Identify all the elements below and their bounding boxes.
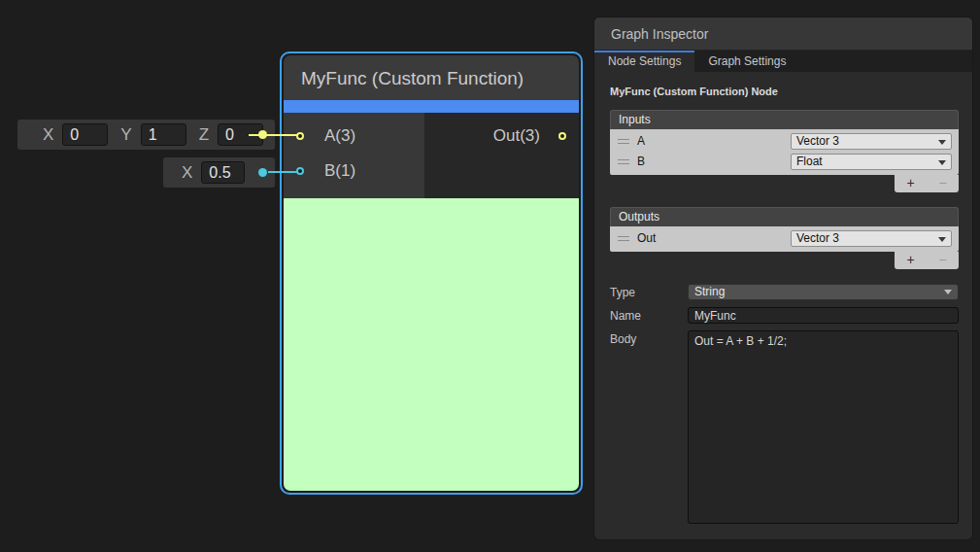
node-preview <box>284 198 579 491</box>
tab-graph-settings[interactable]: Graph Settings <box>694 51 799 72</box>
reorder-handle-icon[interactable] <box>618 159 629 164</box>
outputs-list: Outputs Out Vector 3 + − <box>610 207 959 269</box>
name-row: Name <box>610 307 959 324</box>
body-label: Body <box>610 330 688 524</box>
reorder-handle-icon[interactable] <box>618 236 629 241</box>
port-b-label: B(1) <box>324 161 355 181</box>
type-label: Type <box>610 284 688 300</box>
input-b-type-value: Float <box>796 155 823 168</box>
type-row: Type String <box>610 284 959 300</box>
port-out-label: Out(3) <box>493 126 540 146</box>
input-row-name: B <box>637 152 645 172</box>
graph-inspector-title[interactable]: Graph Inspector <box>594 17 972 51</box>
name-label: Name <box>610 307 688 324</box>
vector3-y-field[interactable] <box>141 123 186 146</box>
add-output-button[interactable]: + <box>895 252 927 269</box>
function-fields: Type String Name Body Out = A + B + 1/2; <box>610 284 959 524</box>
add-input-button[interactable]: + <box>895 175 927 192</box>
float-x-label: X <box>182 163 192 183</box>
output-out-type-value: Vector 3 <box>796 231 839 245</box>
port-a-label: A(3) <box>324 126 355 146</box>
vector3-x-label: X <box>43 125 53 145</box>
outputs-list-footer-row: + − <box>610 252 959 269</box>
node-title: MyFunc (Custom Function) <box>284 55 579 100</box>
chevron-down-icon <box>938 160 946 165</box>
float-connector-dot[interactable] <box>258 168 267 177</box>
float-x-field[interactable] <box>201 161 245 184</box>
inputs-list-footer: + − <box>895 175 959 192</box>
inspector-content: MyFunc (Custom Function) Node Inputs A V… <box>594 86 972 524</box>
body-row: Body Out = A + B + 1/2; <box>610 330 959 524</box>
chevron-down-icon <box>944 290 952 294</box>
port-out-icon[interactable] <box>558 132 566 140</box>
custom-function-node[interactable]: MyFunc (Custom Function) A(3) B(1) Out(3… <box>280 52 583 495</box>
chevron-down-icon <box>938 140 946 145</box>
list-item[interactable]: Out Vector 3 <box>610 228 959 249</box>
inputs-list-footer-row: + − <box>610 175 959 192</box>
inputs-list-header: Inputs <box>610 110 959 129</box>
inputs-list-body: A Vector 3 B Float <box>610 129 959 175</box>
outputs-list-footer: + − <box>895 252 959 269</box>
input-b-type-dropdown[interactable]: Float <box>791 154 952 170</box>
vector3-input-widget: X Y Z <box>17 120 275 150</box>
node-output-ports: Out(3) <box>424 113 579 198</box>
input-row-name: A <box>637 131 645 152</box>
input-a-type-dropdown[interactable]: Vector 3 <box>791 133 952 150</box>
type-dropdown[interactable]: String <box>688 284 959 300</box>
node-input-ports: A(3) B(1) <box>284 113 424 198</box>
remove-output-button[interactable]: − <box>927 252 959 269</box>
outputs-list-header: Outputs <box>610 207 959 226</box>
outputs-list-body: Out Vector 3 <box>610 226 959 252</box>
inspector-tabbar: Node Settings Graph Settings <box>594 51 972 72</box>
port-b-icon[interactable] <box>296 167 304 175</box>
reorder-handle-icon[interactable] <box>618 139 629 144</box>
inputs-list: Inputs A Vector 3 B Float <box>610 110 959 192</box>
tab-node-settings[interactable]: Node Settings <box>594 51 694 72</box>
graph-inspector-panel: Graph Inspector Node Settings Graph Sett… <box>594 17 972 539</box>
node-accent-bar <box>284 100 579 113</box>
type-value: String <box>694 285 725 298</box>
edge-float-to-b[interactable] <box>268 171 297 173</box>
node-settings-heading: MyFunc (Custom Function) Node <box>610 86 959 97</box>
vector3-z-label: Z <box>199 125 209 145</box>
output-out-type-dropdown[interactable]: Vector 3 <box>791 230 952 247</box>
port-a-icon[interactable] <box>296 132 304 140</box>
body-field[interactable]: Out = A + B + 1/2; <box>688 330 959 524</box>
name-field[interactable] <box>688 307 959 324</box>
edge-vector3-to-a[interactable] <box>249 134 297 136</box>
vector3-y-label: Y <box>120 125 131 145</box>
node-ports-area: A(3) B(1) Out(3) <box>284 113 579 198</box>
list-item[interactable]: B Float <box>610 152 959 172</box>
list-item[interactable]: A Vector 3 <box>610 131 959 152</box>
float-input-widget: X <box>163 157 275 188</box>
remove-input-button[interactable]: − <box>927 175 959 192</box>
vector3-x-field[interactable] <box>62 123 108 146</box>
node-body: MyFunc (Custom Function) A(3) B(1) Out(3… <box>284 55 579 491</box>
chevron-down-icon <box>938 237 946 242</box>
input-a-type-value: Vector 3 <box>796 134 839 148</box>
output-row-name: Out <box>637 228 656 249</box>
